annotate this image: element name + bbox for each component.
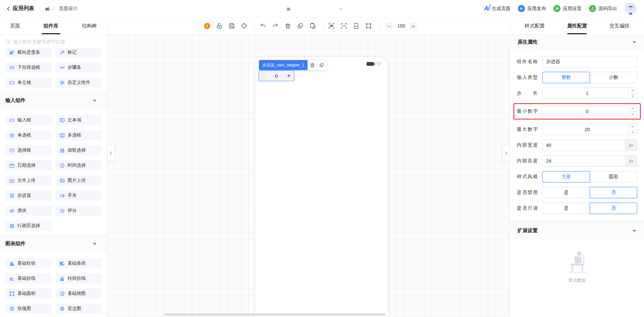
- preview-eye-icon[interactable]: [328, 22, 335, 29]
- component-item[interactable]: 基础柱状: [5, 258, 52, 268]
- component-item[interactable]: 多选框: [56, 130, 102, 140]
- step-decrease-icon[interactable]: [629, 94, 637, 99]
- component-item[interactable]: 文本域: [56, 115, 102, 125]
- component-item[interactable]: 雷达图: [56, 304, 102, 314]
- stepper-component[interactable]: − 0 +: [259, 71, 294, 81]
- save-icon[interactable]: [228, 22, 235, 29]
- component-name-input[interactable]: [543, 56, 637, 67]
- step-input[interactable]: [543, 88, 637, 99]
- component-item[interactable]: 标记: [56, 49, 102, 57]
- frame-icon[interactable]: [365, 22, 372, 29]
- horizontal-scrollbar[interactable]: [164, 313, 386, 316]
- zoom-out-button[interactable]: −: [385, 22, 393, 30]
- component-item[interactable]: 基础饼图: [56, 288, 102, 299]
- component-item-label: 多选框: [68, 132, 82, 138]
- search-input[interactable]: [13, 39, 102, 44]
- lock-check-icon[interactable]: [216, 22, 223, 29]
- component-item-label: 时间选择: [68, 162, 86, 168]
- component-item[interactable]: 时间选择: [56, 160, 102, 170]
- topbar-action-button[interactable]: 应用发布: [518, 5, 546, 12]
- readonly-option-yes[interactable]: 是: [542, 203, 590, 214]
- avatar[interactable]: [625, 3, 637, 15]
- component-item[interactable]: 日期选择: [5, 160, 52, 170]
- component-item[interactable]: 单选框: [5, 130, 52, 140]
- topbar-action-button[interactable]: 应用设置: [553, 5, 582, 12]
- topbar-action-button[interactable]: 源码导出: [589, 5, 617, 12]
- component-item[interactable]: 下拉筛选框: [5, 62, 52, 72]
- component-item[interactable]: 单元格: [5, 77, 52, 88]
- component-item[interactable]: 步骤条: [56, 62, 102, 72]
- style-option-square[interactable]: 方形: [542, 171, 590, 182]
- field-label: 最大数字: [517, 126, 538, 133]
- component-item[interactable]: 玫瑰图: [5, 304, 52, 314]
- field-label: 内部高度: [517, 158, 538, 164]
- delete-icon[interactable]: [284, 22, 291, 29]
- tab-interaction[interactable]: 交互编排: [609, 17, 630, 34]
- tab-style-config[interactable]: 样式配置: [525, 17, 545, 34]
- section-native-properties[interactable]: 原生属性: [510, 35, 644, 50]
- tab-property-config[interactable]: 属性配置: [567, 17, 587, 34]
- component-item[interactable]: 自定义组件: [56, 77, 102, 88]
- section-chart-components[interactable]: 图表组件: [0, 235, 107, 252]
- max-number-input[interactable]: [543, 124, 637, 135]
- selected-component-bubble: 步进器_vant_stepper_1: [259, 60, 326, 70]
- style-option-round[interactable]: 圆形: [590, 171, 637, 182]
- input-type-option-decimal[interactable]: 小数: [590, 72, 637, 83]
- min-number-input[interactable]: [543, 106, 637, 117]
- unit-label: px: [625, 140, 637, 151]
- undo-icon[interactable]: [260, 22, 266, 29]
- doc-check-icon[interactable]: [353, 22, 360, 29]
- delete-component-icon[interactable]: [308, 60, 317, 70]
- component-item[interactable]: 开关: [56, 191, 102, 201]
- copy-component-icon[interactable]: [317, 60, 326, 70]
- info-icon[interactable]: i: [204, 23, 210, 29]
- component-item[interactable]: 评分: [56, 206, 102, 216]
- tab-structure-tree[interactable]: 结构树: [82, 17, 97, 34]
- breadcrumb-app[interactable]: ai: [45, 6, 50, 11]
- section-extended-settings[interactable]: 扩展设置: [510, 223, 644, 239]
- target-icon[interactable]: [241, 22, 248, 29]
- component-item[interactable]: 步进器: [5, 191, 52, 201]
- section-input-components[interactable]: 输入组件: [0, 92, 107, 108]
- inner-height-input[interactable]: [543, 156, 625, 166]
- min-increase-icon[interactable]: [629, 106, 637, 112]
- component-item[interactable]: 基础面积: [5, 288, 52, 299]
- tab-component-library[interactable]: 组件库: [44, 17, 59, 34]
- tab-pages[interactable]: 页面: [10, 17, 20, 34]
- component-item[interactable]: 行政区选择: [5, 221, 52, 231]
- collapse-sidebar-handle[interactable]: [107, 146, 115, 161]
- component-item[interactable]: 柱状折线: [56, 273, 102, 283]
- component-item[interactable]: 基础条状: [56, 258, 102, 268]
- min-decrease-icon[interactable]: [629, 112, 637, 117]
- readonly-option-no[interactable]: 否: [590, 203, 637, 214]
- topbar-action-button[interactable]: Ai✦ 生成页面: [484, 5, 511, 12]
- component-item[interactable]: 文件上传: [5, 175, 52, 186]
- component-item[interactable]: 输入框: [5, 115, 52, 125]
- component-item[interactable]: 图片上传: [56, 175, 102, 186]
- component-item[interactable]: 横向进度条: [5, 49, 52, 57]
- page-select[interactable]: ai: [231, 0, 345, 17]
- design-viewport[interactable]: 步进器_vant_stepper_1 − 0 +: [107, 35, 510, 317]
- max-increase-icon[interactable]: [629, 124, 637, 130]
- disabled-option-no[interactable]: 否: [590, 187, 637, 198]
- code-view-icon[interactable]: [340, 22, 347, 29]
- step-increase-icon[interactable]: [629, 88, 637, 94]
- stepper-minus-button[interactable]: −: [259, 71, 269, 81]
- component-item[interactable]: 基础折线: [5, 273, 52, 283]
- component-item[interactable]: 选择框: [5, 145, 52, 155]
- max-decrease-icon[interactable]: [629, 130, 637, 135]
- copy-icon[interactable]: [297, 22, 304, 29]
- disabled-option-yes[interactable]: 是: [542, 187, 590, 198]
- stepper-plus-button[interactable]: +: [284, 71, 294, 81]
- inner-width-input[interactable]: [543, 140, 625, 151]
- topbar-action-label: 应用设置: [563, 6, 582, 12]
- collapse-inspector-handle[interactable]: [502, 146, 510, 161]
- component-item[interactable]: 滑块: [5, 206, 52, 216]
- input-type-option-integer[interactable]: 整数: [542, 72, 590, 83]
- phone-mockup[interactable]: [255, 57, 388, 317]
- component-item[interactable]: 级联选择: [56, 145, 102, 155]
- paste-icon[interactable]: [309, 22, 316, 29]
- redo-icon[interactable]: [272, 22, 279, 29]
- zoom-in-button[interactable]: +: [410, 22, 417, 30]
- back-button[interactable]: 应用列表: [6, 5, 34, 12]
